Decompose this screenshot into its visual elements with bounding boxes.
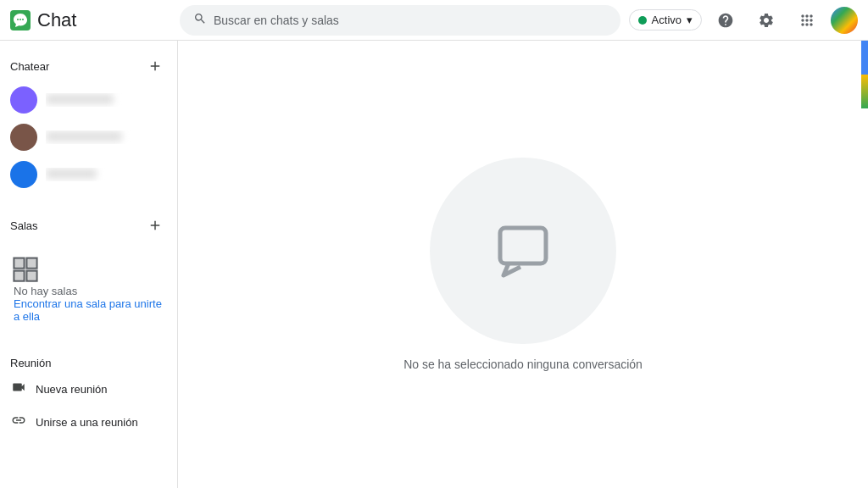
search-icon: [193, 12, 207, 29]
rooms-empty-icon: [10, 254, 41, 285]
join-meeting-icon: [10, 413, 27, 432]
avatar: [10, 161, 37, 188]
svg-rect-4: [15, 259, 23, 267]
svg-point-2: [19, 19, 21, 20]
status-dot: [638, 16, 647, 25]
add-chat-button[interactable]: [143, 54, 167, 78]
header: Chat Activo ▾: [0, 0, 868, 41]
app-body: Chatear Salas: [0, 41, 868, 488]
svg-point-3: [22, 19, 24, 20]
settings-button[interactable]: [749, 3, 783, 37]
search-bar[interactable]: [180, 5, 620, 36]
avatar: [10, 86, 37, 114]
grid-apps-button[interactable]: [790, 3, 824, 37]
svg-rect-5: [28, 259, 36, 267]
chat-item-name: [46, 169, 97, 179]
sidebar: Chatear Salas: [0, 41, 178, 488]
status-badge[interactable]: Activo ▾: [629, 9, 702, 30]
chevron-down-icon: ▾: [687, 14, 693, 26]
empty-state-label: No se ha seleccionado ninguna conversaci…: [403, 358, 643, 371]
google-chat-logo-icon: [10, 10, 31, 30]
empty-circle: [430, 158, 616, 344]
chat-item-text: [46, 168, 160, 181]
salas-title: Salas: [10, 219, 38, 232]
header-left: Chat: [10, 9, 180, 31]
main-content: No se ha seleccionado ninguna conversaci…: [178, 41, 868, 488]
svg-rect-6: [15, 272, 23, 280]
strip-multi: [861, 75, 868, 108]
new-meeting-label: Nueva reunión: [36, 383, 108, 396]
right-strip: [861, 41, 868, 488]
avatar[interactable]: [831, 7, 858, 34]
svg-rect-8: [500, 228, 546, 263]
chat-item-text: [46, 130, 160, 144]
join-meeting-item[interactable]: Unirse a una reunión: [0, 406, 177, 439]
new-meeting-icon: [10, 380, 27, 399]
help-button[interactable]: [709, 3, 743, 37]
avatar: [10, 124, 37, 151]
salas-section-header: Salas: [0, 200, 177, 241]
chat-bubble-icon: [485, 213, 561, 289]
header-right: Activo ▾: [629, 3, 858, 37]
chatear-title: Chatear: [10, 60, 49, 73]
add-sala-button[interactable]: [143, 214, 167, 237]
salas-section: Salas No hay salas Encontrar una sala pa…: [0, 200, 177, 336]
no-rooms-label: No hay salas: [14, 285, 77, 297]
find-room-link[interactable]: Encontrar una sala para unirte a ella: [14, 297, 167, 323]
svg-point-1: [17, 19, 19, 20]
empty-state: No se ha seleccionado ninguna conversaci…: [403, 158, 643, 371]
join-meeting-label: Unirse a una reunión: [36, 416, 138, 429]
strip-blue: [861, 41, 868, 75]
chat-item[interactable]: [0, 81, 170, 119]
rooms-empty-state: No hay salas Encontrar una sala para uni…: [0, 241, 177, 336]
chatear-section-header: Chatear: [0, 41, 177, 81]
chat-item-text: [46, 93, 160, 107]
svg-rect-7: [28, 272, 36, 280]
chat-item-name: [46, 131, 122, 141]
reunion-section: Reunión Nueva reunión Unirse a una reuni…: [0, 350, 177, 446]
chat-item-name: [46, 94, 114, 104]
chat-item[interactable]: [0, 156, 170, 193]
chat-item[interactable]: [0, 119, 170, 156]
search-input[interactable]: [214, 14, 607, 27]
app-title: Chat: [37, 9, 76, 31]
status-label: Activo: [652, 14, 682, 26]
reunion-title: Reunión: [0, 350, 177, 373]
new-meeting-item[interactable]: Nueva reunión: [0, 373, 177, 406]
